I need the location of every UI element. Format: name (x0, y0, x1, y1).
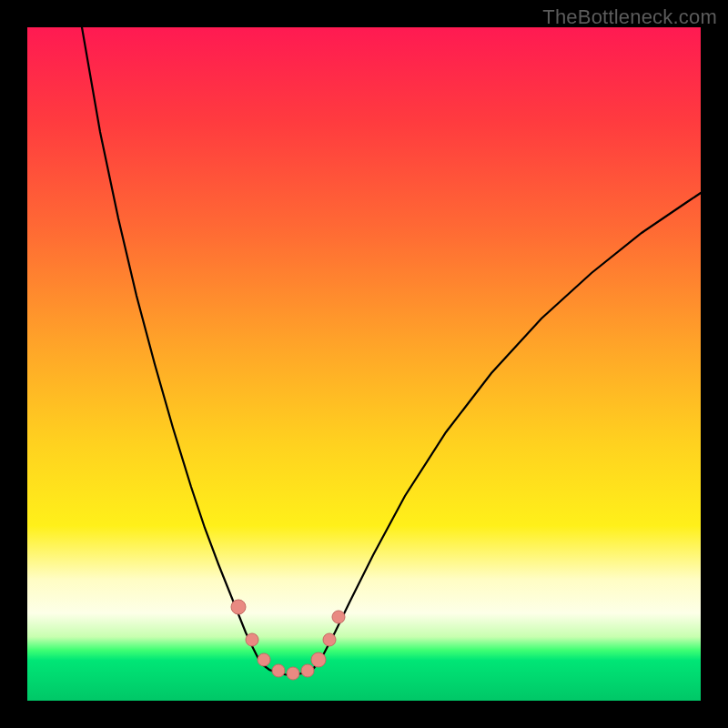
valley-dot (246, 633, 258, 646)
valley-dot (272, 664, 285, 677)
valley-dot (258, 653, 270, 666)
valley-dot (311, 652, 326, 667)
plot-area (27, 27, 701, 701)
valley-dot (287, 667, 299, 680)
curve-svg (27, 27, 701, 701)
valley-dot (301, 664, 314, 677)
bottleneck-curve (82, 27, 701, 675)
valley-dot (332, 611, 345, 623)
outer-frame: TheBottleneck.com (0, 0, 728, 728)
valley-dots (231, 600, 345, 680)
watermark-text: TheBottleneck.com (542, 5, 717, 29)
valley-dot (231, 600, 246, 614)
valley-dot (323, 633, 336, 646)
